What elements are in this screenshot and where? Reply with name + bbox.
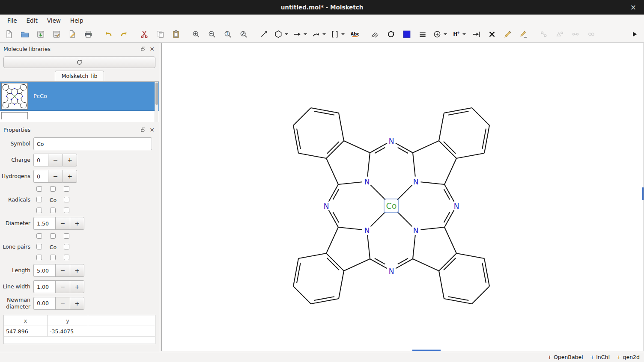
diameter-decrement-button[interactable]: − <box>55 217 70 230</box>
diameter-increment-button[interactable]: + <box>70 217 84 230</box>
toolbar-button-snap-align[interactable] <box>471 28 482 40</box>
toolbar-button-save-as[interactable] <box>51 28 62 40</box>
canvas-vscroll-thumb[interactable] <box>642 187 644 200</box>
canvas-hscroll-thumb[interactable] <box>412 350 441 351</box>
toolbar-button-zoom-original[interactable]: 1 <box>222 28 233 40</box>
lone-pair-checkbox[interactable] <box>64 233 69 239</box>
lone-pair-checkbox[interactable] <box>64 244 69 249</box>
toolbar-button-paste[interactable] <box>170 28 182 40</box>
library-scrollbar-thumb[interactable] <box>155 83 158 105</box>
diameter-value[interactable]: 1.50 <box>33 217 55 230</box>
lone-pair-checkbox[interactable] <box>36 244 42 249</box>
menu-edit[interactable]: Edit <box>22 15 42 26</box>
hydrogens-increment-button[interactable]: + <box>63 170 77 183</box>
toolbar-button-toolbar-extension[interactable] <box>629 28 640 40</box>
toolbar-button-new[interactable] <box>3 28 15 40</box>
line-width-decrement-button[interactable]: − <box>55 280 70 293</box>
toolbar-button-line-width[interactable] <box>417 28 428 40</box>
coordinates-data-row[interactable]: 547.896 -35.4075 <box>4 326 155 337</box>
line-width-value[interactable]: 1.00 <box>33 280 55 293</box>
menu-file[interactable]: File <box>3 15 22 26</box>
toolbar-button-charge[interactable] <box>433 28 447 40</box>
toolbar-button-curved-arrow[interactable] <box>312 28 326 40</box>
toolbar-button-undo[interactable] <box>103 28 114 40</box>
symbol-input[interactable]: Co <box>33 137 152 150</box>
toolbar-button-save[interactable] <box>35 28 46 40</box>
library-scrollbar[interactable] <box>155 82 158 122</box>
status-inchi: + InChI <box>590 354 610 360</box>
radical-checkbox[interactable] <box>64 208 69 213</box>
toolbar-button-delete[interactable] <box>486 28 498 40</box>
toolbar-button-export[interactable] <box>67 28 78 40</box>
dropdown-arrow-icon[interactable] <box>285 33 288 35</box>
dropdown-arrow-icon[interactable] <box>462 33 466 35</box>
toolbar-button-color[interactable] <box>401 28 412 40</box>
dropdown-arrow-icon[interactable] <box>341 33 345 35</box>
dropdown-arrow-icon[interactable] <box>444 33 447 35</box>
toolbar-button-copy[interactable] <box>155 28 166 40</box>
lone-pair-checkbox[interactable] <box>36 255 42 260</box>
length-decrement-button[interactable]: − <box>55 264 70 277</box>
tab-molsketch-lib[interactable]: Molsketch_lib <box>55 71 104 81</box>
svg-text:N: N <box>389 137 394 145</box>
radical-checkbox[interactable] <box>50 208 56 213</box>
toolbar-button-zoom-out[interactable] <box>206 28 218 40</box>
toolbar-button-text[interactable]: Abc <box>349 28 361 40</box>
coordinate-x-value[interactable]: 547.896 <box>4 326 48 336</box>
toolbar-button-cut[interactable] <box>139 28 150 40</box>
toolbar-button-reaction-arrow[interactable] <box>293 28 307 40</box>
newman-diameter-increment-button[interactable]: + <box>70 297 84 310</box>
toolbar-button-open[interactable] <box>19 28 30 40</box>
toolbar-button-rotate[interactable] <box>385 28 397 40</box>
menu-help[interactable]: Help <box>66 15 88 26</box>
charge-value[interactable]: 0 <box>33 154 48 166</box>
float-panel-icon[interactable] <box>139 126 147 134</box>
toolbar-button-print[interactable] <box>83 28 94 40</box>
newman-diameter-value[interactable]: 0.00 <box>33 297 55 310</box>
float-panel-icon[interactable] <box>139 45 147 53</box>
toolbar-button-zoom-fit[interactable] <box>238 28 249 40</box>
length-value[interactable]: 5.00 <box>33 264 55 277</box>
line-width-increment-button[interactable]: + <box>70 280 84 293</box>
lone-pair-checkbox[interactable] <box>64 255 69 260</box>
lone-pair-checkbox[interactable] <box>50 255 56 260</box>
toolbar-button-hydrogens[interactable]: H+ <box>452 28 466 40</box>
statusbar: + OpenBabel + InChI + gen2d <box>0 352 644 362</box>
properties-panel-close-button[interactable]: × <box>149 126 155 133</box>
toolbar-button-mechanism-tool-2[interactable] <box>518 28 529 40</box>
dropdown-arrow-icon[interactable] <box>304 33 307 35</box>
diameter-spinbox: 1.50 − + <box>33 217 84 230</box>
library-refresh-button[interactable] <box>3 56 155 68</box>
lone-pair-checkbox[interactable] <box>50 233 56 239</box>
toolbar-button-mechanism-tool-1[interactable] <box>502 28 513 40</box>
radical-checkbox[interactable] <box>36 208 42 213</box>
radical-checkbox[interactable] <box>36 197 42 202</box>
library-item-next-partial[interactable] <box>0 111 159 119</box>
radical-checkbox[interactable] <box>64 186 69 192</box>
length-increment-button[interactable]: + <box>70 264 84 277</box>
toolbar-button-bracket[interactable] <box>331 28 345 40</box>
dropdown-arrow-icon[interactable] <box>322 33 326 35</box>
svg-text:N: N <box>364 178 370 186</box>
hydrogens-value[interactable]: 0 <box>33 170 48 183</box>
drawing-canvas[interactable]: CoNNNNNNNN <box>161 43 644 351</box>
library-item-pcco[interactable]: PcCo <box>0 82 159 111</box>
radical-checkbox[interactable] <box>36 186 42 192</box>
toolbar-button-draw-bond[interactable] <box>258 28 269 40</box>
library-panel-close-button[interactable]: × <box>149 45 155 52</box>
menu-view[interactable]: View <box>42 15 66 26</box>
toolbar-button-redo[interactable] <box>119 28 130 40</box>
coordinate-y-value[interactable]: -35.4075 <box>48 326 88 336</box>
radical-checkbox[interactable] <box>50 186 56 192</box>
lone-pair-checkbox[interactable] <box>36 233 42 239</box>
radical-checkbox[interactable] <box>64 197 69 202</box>
charge-increment-button[interactable]: + <box>63 154 77 166</box>
window-close-button[interactable]: × <box>628 0 639 15</box>
charge-decrement-button[interactable]: − <box>48 154 63 166</box>
toolbar-button-hatch[interactable] <box>370 28 381 40</box>
hydrogens-decrement-button[interactable]: − <box>48 170 63 183</box>
toolbar-button-ring[interactable] <box>274 28 288 40</box>
toolbar-button-zoom-in[interactable] <box>191 28 202 40</box>
coordinates-table[interactable]: x y 547.896 -35.4075 <box>3 315 155 344</box>
molecule-drawing[interactable]: CoNNNNNNNN <box>162 43 643 351</box>
